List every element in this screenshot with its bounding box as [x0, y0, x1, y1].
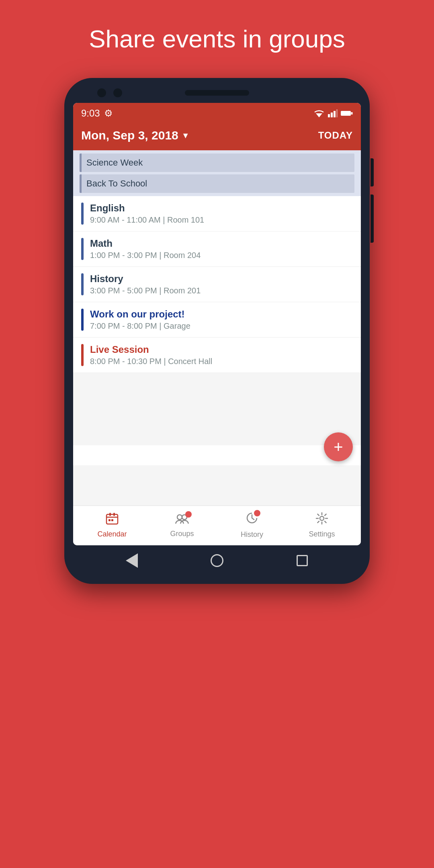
- phone-nav-bar: [73, 546, 361, 576]
- nav-history-label: History: [241, 530, 263, 539]
- history-nav-icon: [246, 512, 258, 528]
- groups-nav-icon: [175, 513, 189, 528]
- home-icon: [211, 554, 223, 567]
- event-history[interactable]: History 3:00 PM - 5:00 PM | Room 201: [73, 267, 361, 302]
- fab-button[interactable]: +: [324, 432, 353, 461]
- allday-event-title: Science Week: [86, 158, 143, 168]
- nav-item-settings[interactable]: Settings: [287, 512, 357, 538]
- today-button[interactable]: TODAY: [318, 130, 353, 141]
- side-button: [371, 158, 374, 186]
- nav-settings-label: Settings: [309, 530, 335, 538]
- event-bar: [81, 344, 84, 366]
- calendar-content: Science Week Back To School English 9:00…: [73, 150, 361, 445]
- dropdown-arrow-icon: ▼: [182, 131, 190, 140]
- event-content: Work on our project! 7:00 PM - 8:00 PM |…: [90, 309, 190, 331]
- header-date[interactable]: Mon, Sep 3, 2018 ▼: [81, 129, 190, 142]
- page-headline: Share events in groups: [65, 24, 369, 54]
- status-left: 9:03 ⚙: [81, 108, 113, 119]
- status-time: 9:03: [81, 108, 100, 119]
- event-bar: [81, 238, 84, 260]
- event-math[interactable]: Math 1:00 PM - 3:00 PM | Room 204: [73, 231, 361, 267]
- svg-rect-13: [111, 519, 113, 521]
- battery-icon: [341, 110, 353, 117]
- status-bar: 9:03 ⚙: [73, 103, 361, 122]
- event-title: Live Session: [90, 344, 212, 355]
- back-button[interactable]: [124, 553, 140, 569]
- event-bar: [81, 203, 84, 225]
- event-english[interactable]: English 9:00 AM - 11:00 AM | Room 101: [73, 196, 361, 231]
- wifi-icon: [313, 109, 325, 117]
- fab-container: +: [73, 445, 361, 465]
- svg-rect-1: [328, 114, 330, 117]
- calendar-nav-icon: [106, 512, 119, 528]
- settings-icon: ⚙: [104, 108, 113, 119]
- svg-rect-4: [336, 109, 338, 117]
- event-time: 9:00 AM - 11:00 AM | Room 101: [90, 215, 204, 225]
- status-right: [313, 109, 353, 117]
- svg-rect-11: [113, 513, 115, 516]
- allday-section: Science Week Back To School: [73, 150, 361, 196]
- home-button[interactable]: [209, 553, 225, 569]
- event-time: 3:00 PM - 5:00 PM | Room 201: [90, 286, 201, 295]
- event-content: Live Session 8:00 PM - 10:30 PM | Concer…: [90, 344, 212, 366]
- svg-rect-10: [109, 513, 111, 516]
- phone-camera-left: [97, 88, 106, 97]
- svg-point-16: [320, 516, 324, 520]
- allday-event-title: Back To School: [86, 178, 147, 188]
- side-button-2: [371, 194, 374, 243]
- svg-rect-7: [351, 112, 353, 115]
- groups-badge: [185, 511, 192, 518]
- recents-icon: [297, 555, 308, 566]
- svg-rect-12: [108, 519, 111, 521]
- event-title: History: [90, 273, 201, 285]
- bottom-nav: Calendar Groups: [73, 506, 361, 545]
- nav-groups-label: Groups: [170, 530, 194, 538]
- event-title: English: [90, 203, 204, 214]
- event-content: Math 1:00 PM - 3:00 PM | Room 204: [90, 238, 201, 260]
- empty-space: [73, 373, 361, 445]
- phone-screen: 9:03 ⚙: [73, 103, 361, 545]
- event-bar: [81, 309, 84, 331]
- svg-rect-6: [341, 111, 350, 115]
- event-title: Math: [90, 238, 201, 249]
- events-list: English 9:00 AM - 11:00 AM | Room 101 Ma…: [73, 196, 361, 373]
- event-time: 7:00 PM - 8:00 PM | Garage: [90, 321, 190, 331]
- event-live-session[interactable]: Live Session 8:00 PM - 10:30 PM | Concer…: [73, 338, 361, 373]
- svg-rect-3: [334, 111, 336, 117]
- signal-icon: [328, 109, 338, 117]
- nav-calendar-label: Calendar: [97, 530, 127, 538]
- event-project[interactable]: Work on our project! 7:00 PM - 8:00 PM |…: [73, 302, 361, 338]
- nav-item-calendar[interactable]: Calendar: [77, 512, 147, 538]
- event-time: 8:00 PM - 10:30 PM | Concert Hall: [90, 357, 212, 366]
- fab-plus-icon: +: [334, 438, 343, 456]
- svg-marker-0: [316, 113, 322, 117]
- recents-button[interactable]: [294, 553, 310, 569]
- back-icon: [126, 553, 138, 568]
- allday-event-school[interactable]: Back To School: [80, 174, 354, 193]
- phone-top-bar: [73, 90, 361, 96]
- date-text: Mon, Sep 3, 2018: [81, 129, 178, 142]
- event-bar: [81, 273, 84, 295]
- svg-point-14: [177, 515, 182, 520]
- phone-speaker: [185, 90, 249, 96]
- phone-camera-right: [113, 88, 122, 97]
- phone-frame: 9:03 ⚙: [64, 78, 370, 584]
- event-content: History 3:00 PM - 5:00 PM | Room 201: [90, 273, 201, 295]
- app-header: Mon, Sep 3, 2018 ▼ TODAY: [73, 122, 361, 150]
- nav-item-groups[interactable]: Groups: [147, 513, 217, 538]
- history-badge: [254, 510, 260, 516]
- nav-item-history[interactable]: History: [217, 512, 287, 539]
- event-title: Work on our project!: [90, 309, 190, 320]
- event-content: English 9:00 AM - 11:00 AM | Room 101: [90, 203, 204, 225]
- allday-event-science[interactable]: Science Week: [80, 154, 354, 172]
- settings-nav-icon: [315, 512, 328, 528]
- svg-rect-2: [331, 113, 333, 117]
- event-time: 1:00 PM - 3:00 PM | Room 204: [90, 251, 201, 260]
